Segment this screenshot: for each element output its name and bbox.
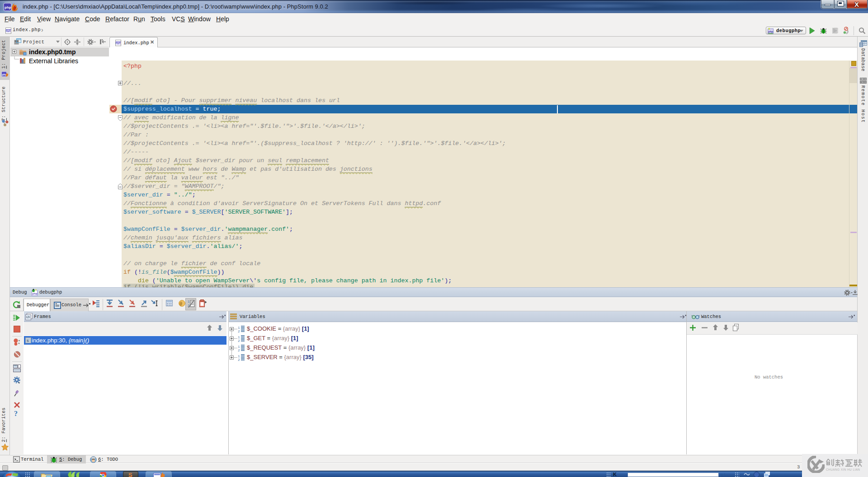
svg-text:@: @: [179, 301, 182, 306]
svg-text:2: 2: [238, 339, 240, 342]
svg-text:2: 2: [238, 349, 240, 352]
svg-text:2: 2: [238, 358, 240, 361]
svg-text:1: 1: [238, 326, 240, 330]
svg-text:1: 1: [238, 355, 240, 358]
svg-text:php: php: [768, 30, 773, 33]
svg-text:php: php: [6, 29, 11, 33]
svg-text:1: 1: [238, 336, 240, 339]
svg-text:1: 1: [238, 345, 240, 349]
svg-text:php: php: [5, 5, 11, 9]
svg-text:php: php: [33, 292, 38, 295]
svg-text:2: 2: [238, 330, 240, 333]
svg-text:s: s: [27, 338, 29, 343]
svg-text:php: php: [116, 42, 121, 45]
svg-text:1: 1: [188, 300, 189, 304]
